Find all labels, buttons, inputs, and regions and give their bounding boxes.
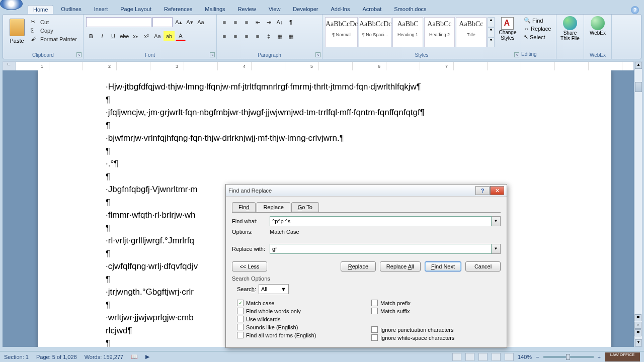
- font-color-button[interactable]: A: [176, 31, 186, 41]
- checkbox-ignore-white-space-characters[interactable]: Ignore white-space characters: [371, 334, 501, 341]
- draft-view[interactable]: [505, 353, 514, 361]
- text-line[interactable]: ·Hjw·jtbgfdfqjwd·thjw·lmng·lfqnjw·mf·jtr…: [106, 80, 543, 94]
- status-page[interactable]: Page: 5 of 1,028: [36, 354, 77, 360]
- text-line[interactable]: ·.°¶: [106, 157, 543, 170]
- numbering-button[interactable]: ≡: [230, 17, 240, 27]
- shrink-font-button[interactable]: A▾: [185, 17, 195, 27]
- font-size-combo[interactable]: [152, 17, 173, 27]
- checkbox-find-all-word-forms-english-[interactable]: Find all word forms (English): [237, 332, 366, 338]
- show-marks-button[interactable]: ¶: [286, 17, 296, 27]
- replace-button[interactable]: ↔Replace: [524, 26, 553, 32]
- status-section[interactable]: Section: 1: [4, 354, 29, 360]
- replace-button[interactable]: Replace: [341, 261, 376, 272]
- scroll-up-icon[interactable]: ▲: [635, 62, 642, 69]
- browse-object-icon[interactable]: ○: [634, 322, 641, 329]
- clipboard-expand-icon[interactable]: ↘: [76, 52, 82, 57]
- paste-button[interactable]: Paste: [6, 16, 28, 51]
- ruler[interactable]: ∟ 1234567: [3, 61, 634, 70]
- checkbox-use-wildcards[interactable]: Use wildcards: [237, 316, 366, 322]
- tab-developer[interactable]: Developer: [288, 5, 323, 14]
- find-button[interactable]: 🔍Find: [524, 17, 553, 24]
- find-what-input[interactable]: [270, 216, 492, 226]
- prev-page-icon[interactable]: ≑: [634, 314, 641, 321]
- style-item[interactable]: AaBbCHeading 1: [392, 17, 423, 47]
- cut-button[interactable]: ✂Cut: [31, 19, 77, 26]
- tab-outlines[interactable]: Outlines: [56, 5, 86, 14]
- webex-button[interactable]: WebEx: [587, 16, 609, 36]
- checkbox-ignore-punctuation-characters[interactable]: Ignore punctuation characters: [371, 326, 501, 333]
- full-screen-view[interactable]: [465, 353, 474, 361]
- spelling-icon[interactable]: 📖: [131, 353, 138, 360]
- style-item[interactable]: AaBbCcDc¶ Normal: [325, 17, 358, 47]
- tab-view[interactable]: View: [264, 5, 286, 14]
- strike-button[interactable]: abc: [119, 31, 129, 41]
- macro-icon[interactable]: ▶: [145, 353, 149, 360]
- tab-review[interactable]: Review: [233, 5, 261, 14]
- dialog-tab-replace[interactable]: Replace: [257, 202, 290, 212]
- checkbox-match-case[interactable]: ✓Match case: [237, 300, 366, 306]
- outline-view[interactable]: [492, 353, 501, 361]
- multilevel-button[interactable]: ≡: [242, 17, 252, 27]
- text-line[interactable]: ¶: [106, 119, 543, 132]
- format-painter-button[interactable]: 🖌Format Painter: [31, 36, 77, 43]
- cancel-button[interactable]: Cancel: [465, 261, 501, 272]
- dialog-titlebar[interactable]: Find and Replace ? ✕: [226, 185, 507, 197]
- font-expand-icon[interactable]: ↘: [210, 52, 215, 57]
- dialog-tab-find[interactable]: Find: [232, 202, 256, 212]
- change-case-button[interactable]: Aa: [152, 31, 163, 41]
- increase-indent-button[interactable]: ⇥: [264, 17, 274, 27]
- text-line[interactable]: ¶: [106, 94, 543, 107]
- scroll-thumb[interactable]: [635, 82, 642, 92]
- shading-button[interactable]: ▦: [275, 31, 285, 41]
- replace-dropdown-icon[interactable]: ▼: [492, 244, 501, 254]
- justify-button[interactable]: ≡: [253, 31, 263, 41]
- highlight-button[interactable]: ab: [164, 31, 175, 41]
- find-dropdown-icon[interactable]: ▼: [492, 216, 501, 226]
- help-icon[interactable]: ?: [631, 6, 639, 14]
- paragraph-expand-icon[interactable]: ↘: [315, 52, 320, 57]
- change-styles-button[interactable]: Change Styles: [497, 17, 518, 47]
- styles-more-icon[interactable]: ▾: [488, 37, 495, 47]
- clear-format-button[interactable]: Aa: [196, 17, 206, 27]
- underline-button[interactable]: U: [108, 31, 118, 41]
- style-item[interactable]: AaBbCcTitle: [456, 17, 487, 47]
- align-right-button[interactable]: ≡: [242, 31, 252, 41]
- align-left-button[interactable]: ≡: [219, 31, 229, 41]
- select-button[interactable]: ↖Select: [524, 34, 553, 40]
- checkbox-match-prefix[interactable]: Match prefix: [371, 300, 501, 306]
- replace-with-input[interactable]: [270, 244, 492, 254]
- text-line[interactable]: ·bjwfmrjw·vrlnfqjhfqng·fqn·thjw·drlrknjw…: [106, 132, 543, 145]
- tab-mailings[interactable]: Mailings: [200, 5, 230, 14]
- italic-button[interactable]: I: [97, 31, 107, 41]
- styles-expand-icon[interactable]: ↘: [514, 52, 519, 57]
- zoom-out-icon[interactable]: −: [536, 354, 539, 360]
- tab-acrobat[interactable]: Acrobat: [357, 5, 386, 14]
- bullets-button[interactable]: ≡: [219, 17, 229, 27]
- tab-insert[interactable]: Insert: [89, 5, 113, 14]
- align-center-button[interactable]: ≡: [230, 31, 240, 41]
- text-line[interactable]: ·jfqljwncjw,·jm·grjwrlt·fqn·nbgfmbjwr·th…: [106, 106, 543, 119]
- superscript-button[interactable]: x²: [141, 31, 151, 41]
- text-line[interactable]: ¶: [106, 170, 543, 184]
- checkbox-find-whole-words-only[interactable]: Find whole words only: [237, 308, 366, 314]
- sort-button[interactable]: A↓: [275, 17, 285, 27]
- tab-smooth-docs[interactable]: Smooth.docs: [389, 5, 431, 14]
- decrease-indent-button[interactable]: ⇤: [253, 17, 263, 27]
- line-spacing-button[interactable]: ‡: [264, 31, 274, 41]
- dialog-close-button[interactable]: ✕: [490, 186, 504, 195]
- zoom-slider[interactable]: [543, 356, 594, 358]
- share-button[interactable]: Share This File: [559, 16, 581, 41]
- bold-button[interactable]: B: [86, 31, 96, 41]
- subscript-button[interactable]: x₂: [130, 31, 140, 41]
- dialog-tab-go-to[interactable]: Go To: [291, 202, 319, 212]
- scroll-down-icon[interactable]: ▼: [635, 339, 642, 346]
- checkbox-match-suffix[interactable]: Match suffix: [371, 308, 501, 314]
- text-line[interactable]: ¶: [106, 145, 543, 158]
- styles-up-icon[interactable]: ▲: [488, 17, 495, 27]
- vertical-scrollbar[interactable]: ▲ ▼: [634, 61, 642, 347]
- style-item[interactable]: AaBbCcHeading 2: [424, 17, 455, 47]
- web-layout-view[interactable]: [478, 353, 488, 361]
- tab-references[interactable]: References: [159, 5, 197, 14]
- borders-button[interactable]: ▦: [286, 31, 296, 41]
- grow-font-button[interactable]: A▴: [174, 17, 184, 27]
